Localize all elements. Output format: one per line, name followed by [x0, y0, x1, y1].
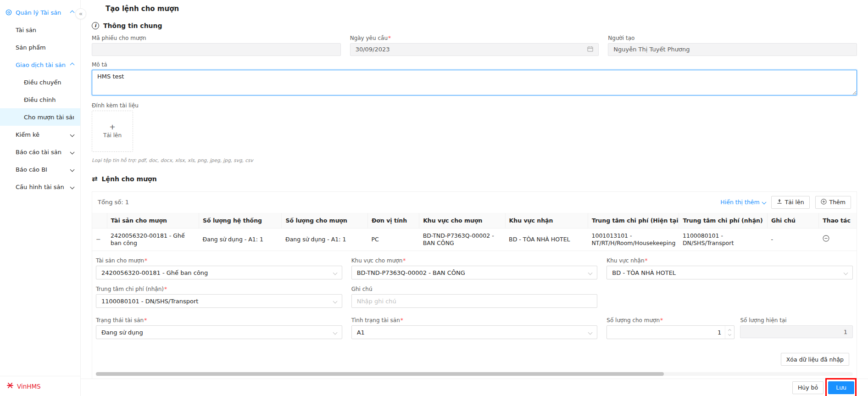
col-area-to: Khu vực nhận: [505, 213, 588, 229]
sidebar-item-dieu-chuyen[interactable]: Điều chuyển: [0, 73, 80, 91]
chevron-down-icon: [588, 270, 593, 275]
ngay-yeu-cau-field: Ngày yêu cầu 30/09/2023: [350, 35, 599, 56]
sidebar-item-label: Sản phẩm: [16, 44, 74, 51]
chevron-down-icon: [333, 330, 337, 335]
qty-loan-field: Số lượng cho mượn 1: [606, 317, 734, 339]
asset-select[interactable]: 2420056320-00181 - Ghế ban công: [96, 266, 342, 279]
sidebar-collapse-button[interactable]: «: [75, 8, 86, 19]
content-area: i Thông tin chung Mã phiếu cho mượn Ngày…: [81, 17, 868, 379]
sidebar-item-label: Báo cáo BI: [16, 166, 71, 173]
sidebar-item-kiem-ke[interactable]: Kiểm kê: [0, 126, 80, 143]
cost-receive-field: Trung tâm chi phí (nhận) 1100080101 - DN…: [96, 286, 342, 308]
sidebar-item-label: Báo cáo tài sản: [16, 149, 71, 156]
status-label: Trạng thái tài sản: [96, 317, 342, 323]
section-title-text: Lệnh cho mượn: [102, 175, 157, 183]
main-content: Tạo lệnh cho mượn i Thông tin chung Mã p…: [81, 0, 868, 396]
col-area-from: Khu vực cho mượn: [419, 213, 505, 229]
increment-button[interactable]: [728, 329, 731, 332]
horizontal-scrollbar[interactable]: [96, 372, 853, 376]
decrement-button[interactable]: [728, 333, 731, 336]
area-from-label: Khu vực cho mượn: [351, 257, 598, 264]
sidebar-item-label: Điều chuyển: [24, 79, 74, 86]
nguoi-tao-input[interactable]: Nguyễn Thị Tuyết Phương: [608, 43, 857, 56]
chevron-down-icon: [333, 270, 337, 275]
show-more-link[interactable]: Hiển thị thêm: [720, 199, 765, 206]
calendar-icon: [587, 46, 593, 53]
clear-data-button[interactable]: Xóa dữ liệu đã nhập: [781, 353, 849, 366]
sidebar-item-cho-muon-tai-san[interactable]: Cho mượn tài sản: [0, 108, 80, 126]
save-button-wrap: Lưu: [828, 381, 854, 394]
condition-field: Tình trạng tài sản A1: [351, 317, 598, 339]
save-button[interactable]: Lưu: [828, 381, 854, 394]
detail-row-1: Tài sản cho mượn 2420056320-00181 - Ghế …: [96, 257, 853, 279]
mo-ta-field: Mô tả HMS test: [92, 61, 857, 97]
cost-receive-select[interactable]: 1100080101 - DN/SHS/Transport: [96, 294, 342, 308]
loan-table-panel: Tổng số: 1 Hiển thị thêm Tải lên: [92, 191, 857, 379]
nguoi-tao-label: Người tạo: [608, 35, 857, 41]
loan-section-title: ⇄ Lệnh cho mượn: [92, 175, 857, 183]
asset-field: Tài sản cho mượn 2420056320-00181 - Ghế …: [96, 257, 342, 279]
scrollbar-thumb[interactable]: [96, 372, 664, 376]
sidebar-item-cau-hinh-tai-san[interactable]: Cấu hình tài sản: [0, 178, 80, 195]
cell-asset: 2420056320-00181 - Ghế ban công: [107, 228, 199, 251]
sidebar-item-tai-san[interactable]: Tài sản: [0, 21, 80, 39]
qty-loan-label: Số lượng cho mượn: [606, 317, 734, 323]
area-from-select[interactable]: BD-TND-P7363Q-00002 - BAN CÔNG: [351, 266, 598, 279]
sidebar-item-bao-cao-tai-san[interactable]: Báo cáo tài sản: [0, 143, 80, 161]
chevron-up-icon: [70, 10, 75, 15]
ma-phieu-field: Mã phiếu cho mượn: [92, 35, 341, 56]
qty-pair: Số lượng cho mượn 1 Số lượng hiện tại: [606, 317, 853, 339]
cell-area-to: BD - TÒA NHÀ HOTEL: [505, 228, 588, 251]
cell-qty-loan: Đang sử dụng - A1: 1: [282, 228, 367, 251]
collapse-row-icon[interactable]: −: [96, 236, 101, 243]
col-unit: Đơn vị tính: [367, 213, 419, 229]
upload-dropzone[interactable]: + Tải lên: [92, 111, 133, 152]
ma-phieu-input[interactable]: [92, 43, 341, 56]
number-stepper: [725, 326, 734, 339]
condition-select[interactable]: A1: [351, 325, 598, 339]
sidebar-item-dieu-chinh[interactable]: Điều chỉnh: [0, 91, 80, 108]
toolbar-actions: Hiển thị thêm Tải lên Thêm: [720, 196, 851, 209]
description-textarea[interactable]: HMS test: [92, 70, 857, 95]
col-actions: Thao tác: [819, 213, 857, 229]
sidebar-item-san-pham[interactable]: Sản phẩm: [0, 39, 80, 56]
area-to-select[interactable]: BD - TÒA NHÀ HOTEL: [606, 266, 853, 279]
cell-note: -: [767, 228, 818, 251]
note-input[interactable]: [351, 294, 598, 308]
clear-row: Xóa dữ liệu đã nhập: [92, 348, 857, 368]
remove-row-icon[interactable]: [823, 235, 829, 242]
cell-cost-current: 1001013101 - NT/RT/H/Room/Housekeeping: [588, 228, 679, 251]
sidebar-item-bao-cao-bi[interactable]: Báo cáo BI: [0, 161, 80, 178]
sidebar-item-giao-dich-tai-san[interactable]: Giao dịch tài sản: [0, 56, 80, 73]
sidebar-item-label: Tài sản: [16, 27, 74, 33]
empty-cell: [606, 286, 853, 308]
detail-row-3: Trạng thái tài sản Đang sử dụng Tình trạ…: [96, 317, 853, 339]
total-count: Tổng số: 1: [98, 199, 129, 206]
ngay-yeu-cau-input[interactable]: 30/09/2023: [350, 43, 599, 56]
qty-loan-input[interactable]: 1: [606, 325, 734, 339]
col-cost-receive: Trung tâm chi phí (nhận): [679, 213, 767, 229]
col-asset: Tài sản cho mượn: [107, 213, 199, 229]
sidebar-item-quan-ly-tai-san[interactable]: Quản lý Tài sản: [0, 4, 80, 21]
col-qty-system: Số lượng hệ thống: [199, 213, 282, 229]
cancel-button[interactable]: Hủy bỏ: [792, 381, 823, 394]
attachment-field: Đính kèm tài liệu + Tải lên: [92, 102, 857, 152]
sidebar-item-label: Điều chỉnh: [24, 96, 74, 103]
chevron-down-icon: [70, 150, 75, 154]
add-row-button[interactable]: Thêm: [815, 196, 851, 209]
mo-ta-label: Mô tả: [92, 61, 857, 68]
transfer-icon: ⇄: [92, 175, 98, 183]
sidebar-item-label: Quản lý Tài sản: [16, 9, 71, 16]
status-select[interactable]: Đang sử dụng: [96, 325, 342, 339]
chevron-down-icon: [333, 299, 337, 303]
col-cost-current: Trung tâm chi phí (Hiện tại): [588, 213, 679, 229]
footer-bar: Hủy bỏ Lưu: [81, 379, 868, 396]
table-upload-button[interactable]: Tải lên: [771, 196, 810, 209]
chevron-down-icon: [70, 184, 75, 189]
qty-current-input[interactable]: 1: [740, 325, 853, 338]
loan-table: Tài sản cho mượn Số lượng hệ thống Số lư…: [92, 213, 857, 251]
area-from-field: Khu vực cho mượn BD-TND-P7363Q-00002 - B…: [351, 257, 598, 279]
sidebar-item-label: Cấu hình tài sản: [16, 184, 71, 190]
note-field: Ghi chú: [351, 286, 598, 308]
table-toolbar: Tổng số: 1 Hiển thị thêm Tải lên: [92, 192, 857, 213]
